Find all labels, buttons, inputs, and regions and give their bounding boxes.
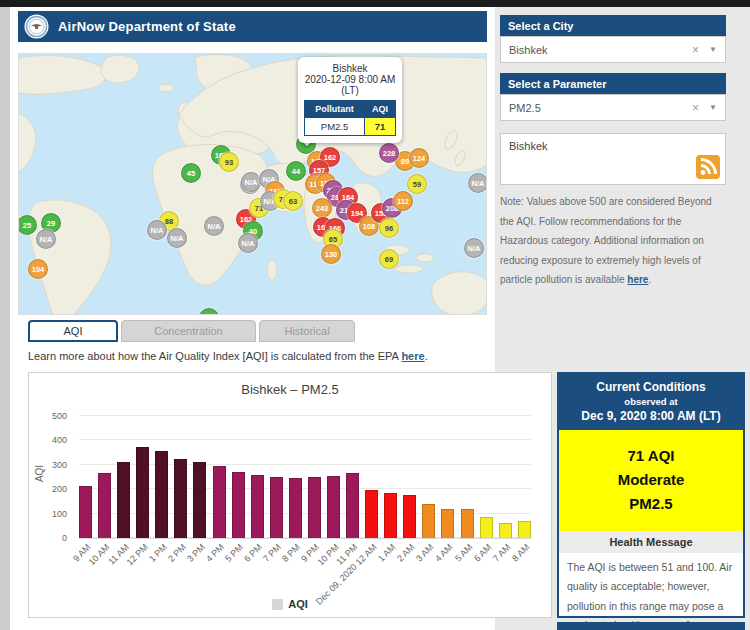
aqi-map-marker[interactable]: 25 [18, 215, 37, 235]
chart-gridline [79, 415, 531, 416]
chart-bar[interactable] [79, 486, 92, 538]
chart-bar[interactable] [518, 521, 531, 538]
chart-bar[interactable] [270, 477, 283, 538]
chart-bar[interactable] [136, 447, 149, 539]
aqi-map-marker[interactable]: 44 [286, 161, 306, 181]
chart-title: Bishkek – PM2.5 [29, 382, 551, 397]
chart-bar[interactable] [403, 495, 416, 538]
chart-bar[interactable] [422, 504, 435, 538]
popup-timezone: (LT) [304, 85, 396, 96]
aqi-map-marker[interactable]: N/A [468, 173, 487, 193]
popup-city: Bishkek [304, 63, 396, 74]
chart-bar-slot: 8 AM [518, 417, 531, 538]
aqi-map-marker[interactable]: N/A [241, 172, 261, 192]
health-message-text: The AQI is between 51 and 100. Air quali… [559, 553, 743, 630]
popup-col-pollutant: Pollutant [305, 101, 365, 118]
chart-xtick-label: 10 AM [87, 542, 112, 567]
chart-xtick-label: 4 AM [433, 542, 455, 564]
chart-bar-slot: 2 PM [174, 417, 187, 538]
tab-concentration[interactable]: Concentration [121, 320, 256, 342]
aqi-map-marker[interactable]: 124 [409, 148, 429, 168]
city-select[interactable]: Bishkek × ▼ [500, 36, 726, 63]
chart-bar[interactable] [308, 477, 321, 538]
chart-xtick-label: 3 AM [414, 542, 436, 564]
chart-bar-slot: 3 AM [422, 417, 435, 538]
chart-bar-slot: 10 PM [327, 417, 340, 538]
aqi-map-marker[interactable]: N/A [464, 238, 484, 258]
conditions-pollutant: PM2.5 [563, 492, 739, 516]
aqi-map-marker[interactable]: 45 [181, 163, 201, 183]
chart-xtick-label: 6 PM [242, 542, 264, 564]
chart-bar[interactable] [193, 462, 206, 538]
parameter-clear-icon[interactable]: × [692, 101, 699, 115]
current-conditions-panel: Current Conditions observed at Dec 9, 20… [557, 372, 745, 618]
chart-xtick-label: 7 AM [491, 542, 513, 564]
chart-bar[interactable] [384, 493, 397, 538]
aqi-map-marker[interactable]: 93 [219, 152, 239, 172]
parameter-chevron-down-icon[interactable]: ▼ [709, 103, 717, 112]
chart-bar-slot: 9 PM [308, 417, 321, 538]
aqi-map-marker[interactable]: 112 [393, 191, 413, 211]
chart-yticks: 0100200300400500 [29, 417, 71, 539]
view-tabs: AQI Concentration Historical [28, 320, 355, 342]
city-select-value: Bishkek [509, 44, 548, 56]
chart-bar[interactable] [461, 509, 474, 538]
rss-feed-icon[interactable] [696, 155, 720, 179]
note-here-link[interactable]: here [627, 274, 648, 285]
chart-xtick-label: 10 PM [315, 542, 340, 567]
chart-xtick-label: 8 PM [280, 542, 302, 564]
world-map[interactable]: Bishkek 2020-12-09 8:00 AM (LT) Pollutan… [18, 53, 487, 315]
chart-bar-slot: 4 AM [441, 417, 454, 538]
aqi-map-marker[interactable]: N/A [36, 229, 56, 249]
conditions-category: Moderate [563, 468, 739, 492]
chart-bar[interactable] [232, 472, 245, 538]
city-clear-icon[interactable]: × [692, 43, 699, 57]
parameter-select-value: PM2.5 [509, 102, 541, 114]
chart-xtick-label: 7 PM [261, 542, 283, 564]
chart-bar-slot: 1 AM [384, 417, 397, 538]
health-message-header: Health Message [559, 531, 743, 553]
chart-xtick-label: 2 PM [166, 542, 188, 564]
aqi-map-marker[interactable]: 63 [283, 191, 303, 211]
chart-bar[interactable] [346, 473, 359, 538]
chart-xtick-label: 1 PM [147, 542, 169, 564]
chart-xtick-label: 1 AM [376, 542, 398, 564]
aqi-map-marker[interactable]: N/A [167, 228, 187, 248]
aqi-map-marker[interactable]: N/A [238, 233, 258, 253]
parameter-select[interactable]: PM2.5 × ▼ [500, 94, 726, 121]
tab-historical[interactable]: Historical [259, 320, 355, 342]
tab-aqi[interactable]: AQI [28, 320, 118, 342]
aqi-map-marker[interactable]: N/A [204, 216, 224, 236]
epa-link[interactable]: here [401, 350, 424, 362]
chart-bar-slot: 6 PM [251, 417, 264, 538]
aqi-map-marker[interactable]: N/A [147, 220, 167, 240]
rss-box: Bishkek [500, 133, 726, 185]
chart-bar[interactable] [174, 459, 187, 538]
aqi-map-marker[interactable]: 59 [407, 174, 427, 194]
chart-bar[interactable] [155, 451, 168, 538]
chart-bar[interactable] [441, 509, 454, 538]
chart-bar[interactable] [327, 476, 340, 538]
city-chevron-down-icon[interactable]: ▼ [709, 45, 717, 54]
chart-xtick-label: 3 PM [185, 542, 207, 564]
chart-bar-slot: 4 PM [213, 417, 226, 538]
aqi-map-marker[interactable]: 228 [379, 143, 399, 163]
chart-bar[interactable] [365, 490, 378, 538]
aqi-map-marker[interactable]: 69 [379, 249, 399, 269]
aqi-map-marker[interactable]: 96 [379, 218, 399, 238]
aqi-map-marker[interactable]: 130 [321, 244, 341, 264]
chart-bar[interactable] [499, 523, 512, 538]
rss-city-label: Bishkek [509, 140, 548, 152]
aqi-map-marker[interactable]: 243 [312, 198, 332, 218]
chart-bar-slot: 7 AM [499, 417, 512, 538]
chart-bar[interactable] [289, 478, 302, 539]
chart-bar[interactable] [117, 462, 130, 538]
chart-bar[interactable] [480, 517, 493, 538]
us-state-seal-icon [24, 14, 49, 39]
chart-bar[interactable] [213, 466, 226, 538]
chart-bar[interactable] [98, 473, 111, 538]
aqi-map-marker[interactable]: 104 [28, 259, 48, 279]
chart-bar[interactable] [251, 475, 264, 538]
chart-xtick-label: 4 PM [204, 542, 226, 564]
chart-legend[interactable]: AQI [29, 598, 551, 610]
